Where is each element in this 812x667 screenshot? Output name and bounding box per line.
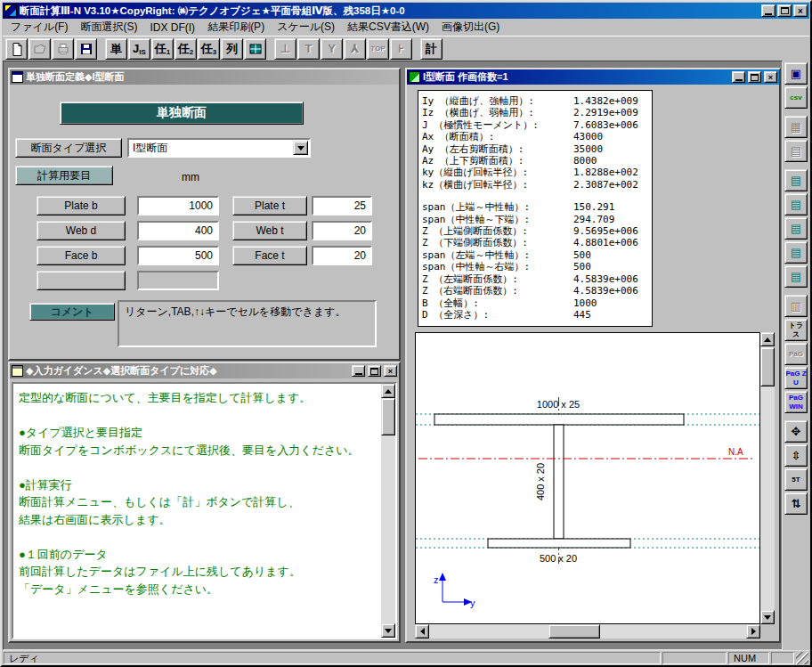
tool-top-view-button[interactable]: TOP — [367, 38, 389, 60]
result-minimize-button[interactable] — [732, 71, 745, 83]
truss-button[interactable]: トラス — [784, 319, 808, 341]
scale-icon: 5T — [792, 476, 800, 484]
guidance-close-button[interactable]: × — [384, 365, 397, 377]
save-button[interactable] — [75, 38, 97, 60]
pag-win-button[interactable]: PaG WIN — [784, 391, 808, 413]
tool-tee-button[interactable]: Τ — [297, 38, 320, 60]
web-d-label: Web d — [37, 221, 126, 240]
result-value: 4.5839e+006 — [573, 285, 638, 297]
layer-4-button[interactable]: ▤ — [784, 241, 808, 264]
side-save-button[interactable]: ▦ — [784, 116, 808, 138]
layer-2-button[interactable]: ▤ — [784, 193, 808, 216]
dropdown-button[interactable] — [293, 141, 308, 155]
guidance-titlebar[interactable]: ◆入力ガイダンス◆選択断面タイプに対応◆ × — [10, 363, 399, 378]
csv-icon: csv — [790, 94, 801, 102]
web-t-input[interactable] — [312, 221, 372, 240]
menu-section-select[interactable]: 断面選択(S) — [74, 18, 143, 37]
tool-bottom-button[interactable]: ⊥ — [274, 38, 296, 60]
result-values-box: Iy （縦曲げ、強軸用）:1.4382e+009 Iz （横曲げ、弱軸用）:2.… — [418, 90, 653, 327]
section-define-title: 単独断面定義◆I型断面 — [26, 70, 397, 84]
print-button[interactable] — [52, 38, 74, 60]
scrollbar-thumb[interactable] — [381, 398, 395, 435]
guidance-minimize-button[interactable] — [352, 365, 365, 377]
guidance-maximize-button[interactable] — [368, 365, 381, 377]
menu-csv-write[interactable]: 結果CSV書込(W) — [341, 18, 435, 37]
resize-grip[interactable] — [796, 652, 808, 664]
menu-scale[interactable]: スケール(S) — [271, 18, 341, 37]
layer-5-button[interactable]: ▤ — [784, 265, 808, 288]
side-extra-button[interactable]: ▥ — [784, 295, 808, 317]
face-t-input[interactable] — [312, 246, 372, 265]
pag-zu-button[interactable]: PaG ZU — [784, 367, 808, 389]
jis-section-button[interactable]: JIS — [128, 38, 150, 60]
result-label: Iy （縦曲げ、強軸用）: — [422, 95, 573, 107]
guidance-scrollbar[interactable] — [381, 384, 395, 638]
menu-file[interactable]: ファイル(F) — [4, 18, 74, 37]
result-maximize-button[interactable] — [748, 71, 761, 83]
plate-b-input[interactable] — [137, 196, 219, 216]
maximize-button[interactable] — [777, 4, 792, 17]
calculate-button[interactable]: 計 — [420, 38, 443, 60]
web-d-input[interactable] — [137, 221, 219, 240]
web-dimension: 400 x 20 — [535, 463, 546, 500]
scroll-down-button[interactable] — [760, 610, 775, 624]
result-label: Ay （左右剪断面積）: — [422, 143, 573, 155]
menu-idx-df[interactable]: IDX DF(I) — [143, 20, 201, 36]
drawing-vertical-scrollbar[interactable] — [760, 332, 775, 624]
result-label: ky（縦曲げ回転半径）: — [422, 167, 573, 178]
layer-3-button[interactable]: ▤ — [784, 217, 808, 240]
tool-y-button[interactable]: Y — [321, 38, 343, 60]
close-button[interactable]: × — [793, 4, 808, 17]
calc-spec-button[interactable]: 計算用要目 — [15, 166, 113, 185]
open-file-button[interactable] — [28, 38, 51, 60]
comment-button[interactable]: コメント — [29, 303, 115, 321]
steel-section-button[interactable] — [244, 38, 266, 60]
pan-button[interactable]: ✥ — [784, 420, 808, 443]
result-titlebar[interactable]: I型断面 作画倍数=1 × — [407, 69, 779, 85]
section-type-combobox[interactable]: I型断面 — [127, 138, 311, 158]
list-section-button[interactable]: 列 — [221, 38, 243, 60]
window-capture-button[interactable]: ▣ — [784, 62, 808, 85]
layer-1-button[interactable]: ▤ — [784, 169, 808, 191]
result-close-button[interactable]: × — [764, 71, 777, 83]
scrollbar-thumb[interactable] — [760, 347, 775, 386]
main-titlebar: 断面計算Ⅲ-N V3.10★CopyRight: ㈱テクノオブジェ★平面骨組Ⅳ版… — [3, 3, 809, 19]
y-axis-label: y — [470, 598, 475, 608]
side-output-button[interactable]: ▤ — [784, 140, 808, 162]
custom-section-1-button[interactable]: 任1 — [151, 38, 174, 60]
single-section-button[interactable]: 単 — [105, 38, 127, 60]
scrollbar-thumb[interactable] — [548, 624, 600, 639]
face-b-input[interactable] — [137, 246, 219, 265]
guidance-line: 定型的な断面について、主要目を指定して計算します。 — [19, 389, 378, 407]
fit-horizontal-button[interactable]: ⇅ — [784, 492, 808, 515]
custom-section-2-button[interactable]: 任2 — [175, 38, 197, 60]
scale-tool-button[interactable]: 5T — [784, 468, 808, 491]
minimize-button[interactable] — [761, 4, 775, 17]
tool-prove-button[interactable]: ⊦ — [390, 38, 412, 60]
face-b-label: Face b — [37, 246, 126, 265]
menu-print-result[interactable]: 結果印刷(P) — [201, 18, 271, 37]
csv-export-button[interactable]: csv — [784, 86, 808, 109]
section-define-titlebar[interactable]: 単独断面定義◆I型断面 — [10, 69, 399, 85]
section-type-select-button[interactable]: 断面タイプ選択 — [15, 138, 122, 158]
new-file-button[interactable] — [5, 38, 28, 60]
plate-t-input[interactable] — [312, 196, 372, 216]
scroll-left-button[interactable] — [415, 624, 429, 639]
tool-y-flip-button[interactable]: ⅄ — [344, 38, 366, 60]
fit-vertical-button[interactable]: ⇳ — [784, 444, 808, 467]
scroll-up-button[interactable] — [760, 332, 775, 346]
top-flange — [434, 414, 684, 425]
pag-button[interactable]: PaG — [784, 343, 808, 365]
result-window-icon — [409, 71, 420, 83]
guidance-line: ●１回前のデータ — [19, 546, 378, 564]
scroll-right-button[interactable] — [746, 624, 760, 639]
menu-image-clip[interactable]: 画像切出(G) — [435, 18, 506, 37]
layer-icon: ▤ — [791, 248, 801, 257]
scroll-up-button[interactable] — [381, 384, 395, 398]
result-label: span（中性軸～右端）: — [422, 261, 573, 272]
scroll-down-button[interactable] — [381, 623, 395, 638]
open-folder-icon — [33, 42, 47, 56]
drawing-horizontal-scrollbar[interactable] — [415, 624, 760, 639]
custom-section-3-button[interactable]: 任3 — [198, 38, 220, 60]
maximize-icon — [370, 368, 378, 375]
